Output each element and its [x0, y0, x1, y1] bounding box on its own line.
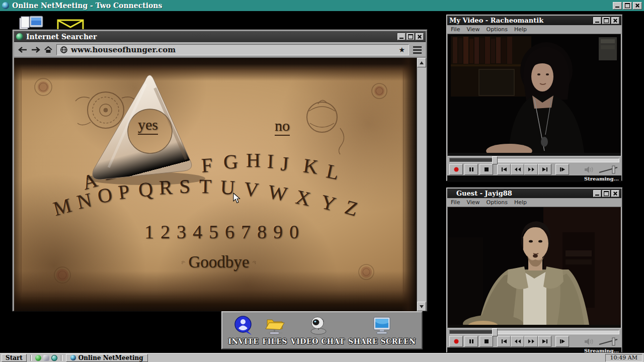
board-frame-left	[14, 58, 22, 311]
fast-forward-button[interactable]	[524, 336, 538, 347]
guest-maximize-button[interactable]	[602, 190, 610, 197]
netmeeting-globe-icon	[2, 2, 9, 9]
guest-titlebar[interactable]: Guest - Jayig88	[447, 189, 621, 198]
step-button[interactable]	[555, 336, 569, 347]
my-video-seekbar[interactable]	[447, 156, 621, 163]
step-button[interactable]	[555, 164, 569, 175]
my-video-minimize-button[interactable]	[593, 17, 601, 24]
invite-button[interactable]: INVITE	[228, 316, 259, 345]
my-video-title: My Video - Racheomantik	[449, 17, 543, 24]
my-video-maximize-button[interactable]	[602, 17, 610, 24]
guest-minimize-button[interactable]	[593, 190, 601, 197]
board-letter: 6	[225, 222, 234, 241]
stop-button[interactable]	[479, 164, 493, 175]
board-letter: T	[199, 176, 212, 197]
quick-launch-green-sphere-icon[interactable]	[35, 355, 41, 361]
board-letter: 3	[177, 222, 186, 241]
volume-slider[interactable]	[598, 165, 619, 174]
fast-forward-button[interactable]	[524, 164, 538, 175]
my-video-titlebar[interactable]: My Video - Racheomantik	[447, 16, 621, 25]
board-frame-bottom	[14, 271, 417, 311]
forward-icon[interactable]	[31, 47, 40, 53]
record-button[interactable]	[449, 164, 463, 175]
menu-file[interactable]: File	[451, 199, 460, 206]
seek-thumb[interactable]	[492, 328, 498, 336]
menu-options[interactable]: Options	[487, 199, 508, 206]
board-letter: V	[243, 179, 260, 201]
monitor-icon	[371, 316, 393, 336]
netmeeting-globe-icon	[70, 355, 76, 360]
start-button[interactable]: Start	[2, 354, 27, 362]
share-screen-button[interactable]: SHARE SCREEN	[348, 316, 416, 345]
board-letter: 4	[193, 222, 202, 241]
my-video-feed	[447, 34, 621, 156]
skip-end-button[interactable]	[538, 164, 551, 175]
board-letter: U	[220, 177, 235, 198]
stop-button[interactable]	[479, 336, 493, 347]
url-text[interactable]: www.houseofhunger.com	[71, 45, 395, 54]
guest-menubar: File View Options Help	[447, 198, 621, 207]
my-video-close-button[interactable]	[611, 17, 619, 24]
browser-scrollbar[interactable]	[417, 58, 426, 311]
board-letter: E	[164, 149, 177, 170]
back-icon[interactable]	[18, 47, 27, 53]
board-letter: W	[267, 182, 289, 204]
speaker-icon[interactable]	[584, 166, 594, 173]
pause-button[interactable]	[464, 336, 478, 347]
files-folder-icon	[263, 316, 286, 336]
home-icon[interactable]	[44, 46, 52, 53]
menu-view[interactable]: View	[466, 199, 479, 206]
browser-minimize-button[interactable]	[397, 33, 406, 40]
guest-seekbar[interactable]	[447, 328, 621, 335]
skip-start-button[interactable]	[497, 336, 511, 347]
quick-launch-globe-icon[interactable]	[51, 355, 57, 361]
browser-maximize-button[interactable]	[407, 33, 415, 40]
invite-bubble-icon	[232, 316, 255, 336]
rewind-button[interactable]	[511, 164, 524, 175]
skip-start-button[interactable]	[497, 164, 511, 175]
maximize-button[interactable]	[623, 2, 632, 10]
board-letter: D	[143, 152, 159, 173]
quick-launch-document-icon[interactable]	[43, 355, 49, 361]
board-letter: O	[96, 185, 114, 207]
menu-view[interactable]: View	[466, 26, 479, 33]
menu-file[interactable]: File	[451, 26, 460, 33]
board-frame-right	[401, 58, 417, 311]
guest-video-scene	[448, 207, 621, 328]
skip-end-button[interactable]	[538, 336, 551, 347]
taskbar-netmeeting-button[interactable]: Online NetMeeting	[66, 354, 148, 362]
browser-close-button[interactable]	[416, 33, 424, 40]
board-letter: Q	[138, 179, 154, 200]
my-video-window: My Video - Racheomantik File View Option…	[446, 14, 623, 182]
files-button[interactable]: FILES	[262, 316, 287, 345]
guest-close-button[interactable]	[611, 190, 619, 197]
guest-video-window: Guest - Jayig88 File View Options Help	[446, 187, 623, 353]
volume-slider[interactable]	[598, 337, 619, 346]
board-letter: K	[302, 155, 319, 177]
board-frame-top	[14, 58, 417, 81]
menu-hamburger-icon[interactable]	[413, 46, 422, 54]
minimize-button[interactable]	[613, 2, 622, 10]
browser-titlebar[interactable]: Internet Searcher	[14, 31, 426, 42]
board-no: no	[275, 118, 290, 136]
menu-help[interactable]: Help	[514, 26, 527, 33]
browser-window: Internet Searcher www.houseofhunger.com …	[12, 29, 428, 312]
seek-thumb[interactable]	[492, 156, 498, 164]
scroll-up-icon[interactable]	[417, 58, 426, 67]
board-letter: S	[179, 176, 190, 197]
url-globe-icon	[60, 46, 67, 53]
rewind-button[interactable]	[511, 336, 524, 347]
close-button[interactable]	[633, 2, 642, 10]
menu-help[interactable]: Help	[514, 199, 527, 206]
pause-button[interactable]	[464, 164, 478, 175]
video-chat-button[interactable]: VIDEO CHAT	[291, 316, 345, 345]
board-letter: I	[267, 151, 274, 171]
speaker-icon[interactable]	[584, 338, 594, 345]
board-letter: 0	[289, 222, 299, 241]
scroll-down-icon[interactable]	[417, 302, 426, 311]
bookmark-star-icon[interactable]: ★	[398, 46, 405, 53]
url-bar[interactable]: www.houseofhunger.com ★	[56, 44, 409, 55]
menu-options[interactable]: Options	[487, 26, 508, 33]
record-button[interactable]	[449, 336, 463, 347]
browser-toolbar: www.houseofhunger.com ★	[14, 42, 426, 57]
